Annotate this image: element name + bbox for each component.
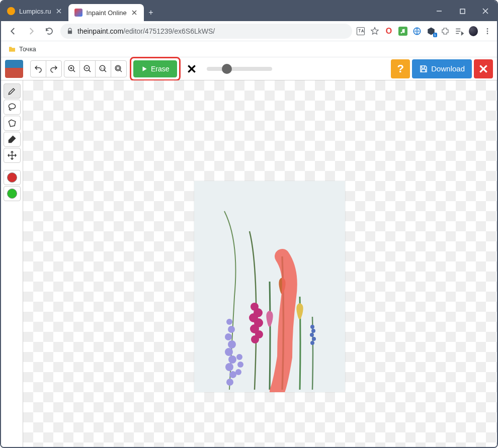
marker-tool[interactable] bbox=[4, 83, 21, 99]
svg-point-21 bbox=[226, 379, 233, 386]
svg-text:1:1: 1:1 bbox=[101, 66, 105, 69]
svg-point-14 bbox=[228, 326, 235, 333]
tab-close-icon[interactable] bbox=[55, 8, 62, 15]
svg-point-15 bbox=[225, 333, 232, 340]
forward-button[interactable] bbox=[24, 24, 38, 38]
svg-point-19 bbox=[225, 363, 233, 371]
svg-point-17 bbox=[225, 348, 233, 356]
brush-size-slider[interactable] bbox=[207, 67, 272, 71]
close-window-button[interactable] bbox=[474, 1, 497, 21]
svg-point-22 bbox=[236, 354, 242, 360]
url-field[interactable]: theinpaint.com/editor/4751239/ex6S6LkWS/ bbox=[60, 24, 352, 39]
erase-highlight: Erase bbox=[130, 57, 181, 81]
svg-point-16 bbox=[228, 340, 236, 348]
slider-thumb[interactable] bbox=[222, 64, 232, 74]
zoom-actual-button[interactable]: 1:1 bbox=[95, 60, 111, 77]
tab-lumpics[interactable]: Lumpics.ru bbox=[1, 1, 68, 21]
zoom-fit-button[interactable] bbox=[111, 60, 127, 77]
svg-point-33 bbox=[311, 329, 315, 333]
download-button[interactable]: Download bbox=[412, 59, 472, 78]
music-ext-icon[interactable] bbox=[398, 27, 407, 36]
svg-point-31 bbox=[251, 335, 259, 343]
favicon-inpaint bbox=[74, 9, 82, 17]
workspace bbox=[1, 80, 497, 447]
svg-point-23 bbox=[237, 362, 243, 368]
svg-point-18 bbox=[228, 355, 236, 364]
menu-icon[interactable] bbox=[483, 27, 492, 36]
svg-point-36 bbox=[310, 341, 314, 345]
tab-title: Lumpics.ru bbox=[19, 8, 51, 15]
app-logo bbox=[5, 60, 23, 78]
lasso-tool[interactable] bbox=[4, 100, 21, 115]
bookmark-label[interactable]: Точка bbox=[19, 45, 36, 53]
star-icon[interactable] bbox=[370, 27, 379, 36]
eraser-tool[interactable] bbox=[4, 132, 21, 147]
clear-mask-button[interactable] bbox=[184, 60, 200, 77]
side-tool-panel bbox=[1, 80, 23, 447]
play-icon bbox=[141, 65, 148, 72]
close-app-button[interactable] bbox=[474, 59, 493, 78]
polygon-tool[interactable] bbox=[4, 116, 21, 131]
puzzle-ext-icon[interactable] bbox=[441, 27, 450, 36]
address-bar: theinpaint.com/editor/4751239/ex6S6LkWS/… bbox=[1, 21, 497, 41]
tab-title: Inpaint Online bbox=[87, 9, 127, 17]
app-toolbar: 1:1 Erase ? Download bbox=[1, 57, 497, 80]
zoom-in-button[interactable] bbox=[64, 60, 80, 77]
back-button[interactable] bbox=[6, 24, 20, 38]
playlist-ext-icon[interactable] bbox=[455, 27, 464, 36]
svg-rect-0 bbox=[460, 9, 465, 14]
svg-point-34 bbox=[310, 333, 314, 337]
extension-area: O 1 bbox=[356, 27, 492, 36]
color-green-button[interactable] bbox=[4, 186, 21, 201]
svg-point-10 bbox=[115, 65, 121, 71]
svg-point-13 bbox=[226, 319, 232, 325]
erase-button[interactable]: Erase bbox=[133, 60, 177, 77]
globe-ext-icon[interactable] bbox=[412, 27, 422, 36]
maximize-button[interactable] bbox=[451, 1, 474, 21]
zoom-out-button[interactable] bbox=[79, 60, 96, 77]
folder-icon bbox=[8, 45, 16, 53]
color-red-button[interactable] bbox=[4, 170, 21, 185]
svg-point-3 bbox=[487, 28, 488, 30]
svg-point-4 bbox=[487, 30, 488, 32]
bookmarks-bar: Точка bbox=[1, 41, 497, 57]
download-label: Download bbox=[431, 64, 465, 73]
tab-inpaint[interactable]: Inpaint Online bbox=[68, 4, 144, 21]
window-controls bbox=[428, 1, 497, 21]
svg-point-20 bbox=[229, 371, 236, 378]
avatar-icon[interactable] bbox=[469, 27, 478, 36]
svg-point-24 bbox=[235, 369, 241, 375]
tab-close-icon[interactable] bbox=[131, 9, 138, 16]
minimize-button[interactable] bbox=[428, 1, 451, 21]
new-tab-button[interactable]: + bbox=[144, 4, 158, 21]
favicon-lumpics bbox=[7, 7, 15, 15]
save-icon bbox=[419, 64, 428, 73]
edited-image[interactable] bbox=[194, 181, 345, 392]
svg-point-32 bbox=[310, 325, 314, 329]
redo-button[interactable] bbox=[46, 60, 62, 77]
cube-ext-icon[interactable]: 1 bbox=[427, 27, 436, 36]
window-titlebar: Lumpics.ru Inpaint Online + bbox=[1, 1, 497, 21]
translate-icon[interactable] bbox=[356, 27, 365, 36]
svg-point-5 bbox=[487, 33, 488, 34]
lock-icon bbox=[66, 28, 73, 35]
move-tool[interactable] bbox=[4, 148, 21, 163]
opera-ext-icon[interactable]: O bbox=[384, 27, 393, 36]
url-domain: theinpaint.com bbox=[77, 27, 123, 35]
url-path: /editor/4751239/ex6S6LkWS/ bbox=[123, 27, 215, 35]
help-button[interactable]: ? bbox=[391, 59, 410, 78]
canvas-area[interactable] bbox=[23, 80, 497, 447]
reload-button[interactable] bbox=[42, 24, 56, 38]
svg-point-11 bbox=[9, 104, 15, 109]
svg-point-35 bbox=[312, 337, 316, 341]
erase-label: Erase bbox=[151, 65, 170, 73]
undo-button[interactable] bbox=[30, 60, 46, 77]
